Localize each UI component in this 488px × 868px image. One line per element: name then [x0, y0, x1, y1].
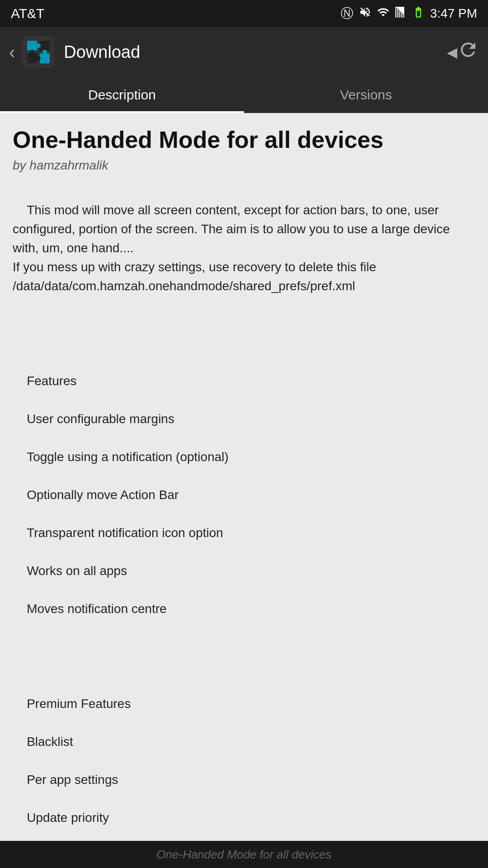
feature-1: User configurable margins [27, 412, 174, 426]
feature-3: Optionally move Action Bar [27, 488, 178, 502]
mod-title: One-Handed Mode for all devices [13, 126, 475, 154]
nfc-icon: Ⓝ [341, 5, 353, 22]
tab-versions[interactable]: Versions [244, 77, 488, 113]
dropdown-arrow-icon: ◀ [447, 44, 457, 60]
svg-rect-1 [40, 41, 50, 51]
svg-point-5 [42, 50, 47, 54]
battery-icon [412, 6, 425, 22]
app-bar-title: Download [64, 42, 442, 62]
svg-point-7 [30, 50, 34, 54]
svg-rect-2 [27, 53, 37, 63]
app-icon [22, 36, 55, 68]
wifi-icon [377, 6, 389, 22]
tab-bar: Description Versions [0, 77, 488, 113]
svg-rect-3 [40, 53, 50, 63]
premium-2: Per app settings [27, 773, 118, 787]
back-button[interactable]: ‹ [9, 42, 15, 62]
premium-3: Update priority [27, 811, 109, 825]
time-label: 3:47 PM [430, 6, 477, 21]
premium-header: Premium Features [27, 697, 131, 711]
content-area: One-Handed Mode for all devices by hamza… [0, 113, 488, 868]
refresh-button[interactable] [457, 39, 479, 65]
tab-description[interactable]: Description [0, 77, 244, 113]
signal-icon [395, 6, 407, 22]
app-bar: ‹ Download ◀ [0, 27, 488, 77]
svg-rect-0 [27, 41, 37, 51]
carrier-label: AT&T [11, 6, 44, 21]
status-icons: Ⓝ 3:47 PM [341, 5, 477, 22]
footer-text: One-Handed Mode for all devices [156, 848, 331, 862]
svg-point-6 [36, 56, 41, 61]
feature-6: Moves notification centre [27, 602, 167, 616]
mod-author: by hamzahrmalik [13, 158, 475, 173]
feature-2: Toggle using a notification (optional) [27, 450, 229, 464]
status-bar: AT&T Ⓝ 3:47 PM [0, 0, 488, 27]
feature-4: Transparent notification icon option [27, 526, 223, 540]
premium-1: Blacklist [27, 735, 73, 749]
mod-description-text: This mod will move all screen content, e… [13, 203, 453, 293]
feature-5: Works on all apps [27, 564, 127, 578]
puzzle-icon-svg [25, 38, 52, 66]
mod-description-block: This mod will move all screen content, e… [13, 182, 475, 868]
mute-icon [359, 6, 371, 22]
svg-point-4 [36, 43, 41, 48]
features-header: Features [27, 374, 77, 388]
footer: One-Handed Mode for all devices [0, 841, 488, 868]
